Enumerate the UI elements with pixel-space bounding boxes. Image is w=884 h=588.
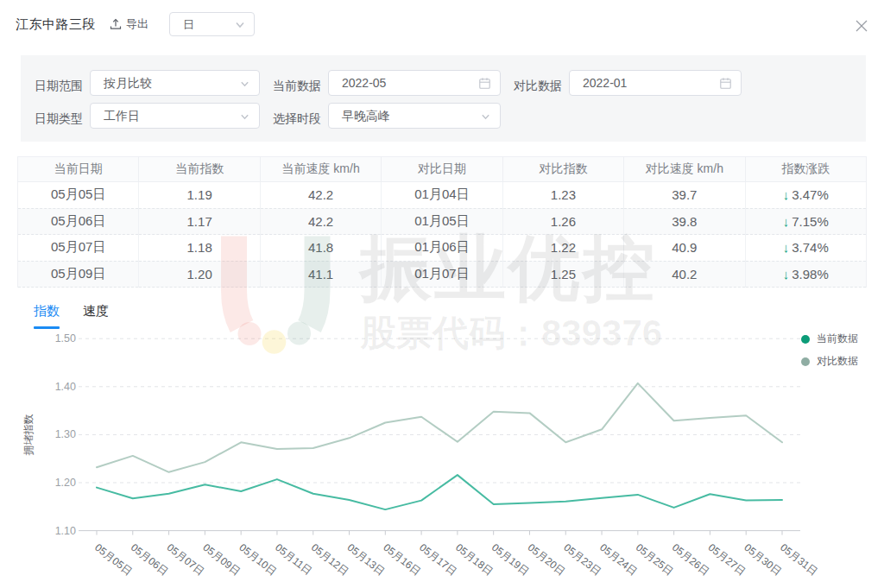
- col-header-compare-speed: 对比速度 km/h: [624, 157, 745, 182]
- x-axis-tick-label: 05月30日: [742, 541, 784, 578]
- table-cell: 39.8: [624, 208, 745, 235]
- x-axis-tick-label: 05月13日: [345, 541, 388, 578]
- legend-label-current: 当前数据: [817, 332, 858, 346]
- date-type-select[interactable]: 工作日: [90, 103, 260, 129]
- x-axis-tick-label: 05月12日: [309, 541, 351, 578]
- current-data-datepicker[interactable]: 2022-05: [328, 70, 501, 96]
- table-cell: 01月04日: [382, 182, 502, 209]
- chevron-down-icon: [480, 111, 491, 126]
- close-icon[interactable]: [853, 17, 870, 35]
- table-cell-index-change: ↓3.47%: [745, 182, 866, 209]
- x-axis-tick-label: 05月27日: [706, 541, 748, 578]
- col-header-compare-date: 对比日期: [382, 157, 502, 182]
- table-cell: 05月06日: [18, 208, 139, 235]
- legend-item-compare[interactable]: 对比数据: [801, 355, 858, 368]
- table-cell-index-change: ↓3.74%: [745, 235, 866, 262]
- x-axis-tick-label: 05月19日: [489, 541, 532, 578]
- y-axis-tick-label: 1.50: [55, 332, 76, 345]
- table-header-row: 当前日期 当前指数 当前速度 km/h 对比日期 对比指数 对比速度 km/h …: [18, 157, 867, 182]
- current-data-value: 2022-05: [342, 76, 386, 90]
- table-cell: 05月07日: [18, 235, 139, 262]
- index-change-value: 3.98%: [792, 267, 829, 281]
- period-select[interactable]: 日: [169, 12, 255, 36]
- arrow-down-icon: ↓: [783, 240, 790, 255]
- table-cell: 1.19: [139, 182, 260, 209]
- table-row: 05月09日1.2041.101月07日1.2540.2↓3.98%: [18, 261, 867, 288]
- x-axis-tick-label: 05月10日: [237, 541, 279, 578]
- table-cell: 05月09日: [18, 261, 139, 288]
- x-axis-tick-label: 05月25日: [634, 541, 676, 578]
- series-line-对比数据: [97, 383, 782, 472]
- table-cell: 41.1: [260, 261, 381, 288]
- time-period-select[interactable]: 早晚高峰: [328, 103, 501, 129]
- y-axis-tick-label: 1.10: [55, 525, 76, 537]
- col-header-current-index: 当前指数: [139, 157, 260, 182]
- y-axis-tick-label: 1.20: [55, 477, 76, 489]
- x-axis-tick-label: 05月23日: [561, 541, 603, 578]
- chevron-down-icon: [239, 111, 250, 126]
- table-cell: 41.8: [260, 235, 381, 262]
- filter-panel: 日期范围 按月比较 当前数据 2022-05 对比数据 2022-01 日期类型…: [21, 55, 866, 142]
- compare-data-value: 2022-01: [583, 76, 627, 90]
- compare-data-datepicker[interactable]: 2022-01: [569, 70, 742, 96]
- export-icon: [110, 18, 122, 30]
- date-range-select[interactable]: 按月比较: [90, 70, 260, 96]
- calendar-icon: [478, 77, 491, 93]
- date-range-value: 按月比较: [104, 76, 152, 92]
- table-cell: 01月07日: [382, 261, 502, 288]
- table-row: 05月07日1.1841.801月06日1.2240.9↓3.74%: [18, 235, 867, 262]
- table-cell: 1.22: [502, 235, 623, 262]
- chart-tabs: 指数 速度: [34, 303, 109, 329]
- table-cell-index-change: ↓7.15%: [745, 208, 866, 235]
- table-cell: 40.2: [624, 261, 745, 288]
- time-period-value: 早晚高峰: [342, 109, 390, 124]
- table-cell: 1.23: [502, 182, 623, 209]
- compare-data-label: 对比数据: [514, 77, 562, 94]
- table-cell: 42.2: [260, 182, 381, 209]
- current-data-label: 当前数据: [273, 77, 321, 94]
- export-label: 导出: [126, 16, 148, 32]
- chevron-down-icon: [239, 78, 250, 93]
- period-select-value: 日: [183, 17, 194, 33]
- y-axis-tick-label: 1.40: [55, 381, 76, 393]
- x-axis-tick-label: 05月18日: [453, 541, 496, 578]
- col-header-current-date: 当前日期: [18, 157, 139, 182]
- x-axis-tick-label: 05月26日: [670, 541, 712, 578]
- table-cell: 40.9: [624, 235, 745, 262]
- line-chart: 1.101.201.301.401.5005月05日05月06日05月07日05…: [0, 329, 884, 588]
- table-row: 05月06日1.1742.201月05日1.2639.8↓7.15%: [18, 208, 867, 235]
- col-header-index-change: 指数涨跌: [745, 157, 866, 182]
- index-change-value: 7.15%: [792, 214, 829, 229]
- table-cell: 1.17: [139, 208, 260, 235]
- table-cell: 39.7: [624, 182, 745, 209]
- chart-legend: 当前数据 对比数据: [801, 332, 858, 377]
- time-period-label: 选择时段: [273, 110, 321, 127]
- table-cell: 05月05日: [18, 182, 139, 209]
- tab-index[interactable]: 指数: [34, 303, 60, 329]
- arrow-down-icon: ↓: [783, 214, 790, 229]
- arrow-down-icon: ↓: [783, 187, 790, 202]
- date-type-label: 日期类型: [35, 110, 83, 127]
- table-cell: 1.20: [139, 261, 260, 288]
- y-axis-title: 拥堵指数: [22, 414, 35, 455]
- table-cell-index-change: ↓3.98%: [745, 261, 866, 288]
- x-axis-tick-label: 05月05日: [92, 541, 135, 578]
- tab-speed[interactable]: 速度: [83, 303, 109, 329]
- table-cell: 01月05日: [382, 208, 502, 235]
- export-button[interactable]: 导出: [110, 16, 148, 32]
- col-header-current-speed: 当前速度 km/h: [260, 157, 381, 182]
- table-cell: 42.2: [260, 208, 381, 235]
- table-cell: 1.26: [502, 208, 623, 235]
- date-range-label: 日期范围: [35, 77, 83, 94]
- col-header-compare-index: 对比指数: [502, 157, 623, 182]
- calendar-icon: [719, 77, 732, 93]
- x-axis-tick-label: 05月11日: [273, 541, 314, 578]
- table-cell: 01月06日: [382, 235, 502, 262]
- legend-label-compare: 对比数据: [817, 354, 858, 369]
- y-axis-tick-label: 1.30: [55, 428, 76, 440]
- legend-dot-compare: [801, 357, 810, 366]
- legend-dot-current: [801, 335, 810, 344]
- legend-item-current[interactable]: 当前数据: [801, 332, 858, 345]
- arrow-down-icon: ↓: [783, 267, 790, 281]
- x-axis-tick-label: 05月24日: [597, 541, 640, 578]
